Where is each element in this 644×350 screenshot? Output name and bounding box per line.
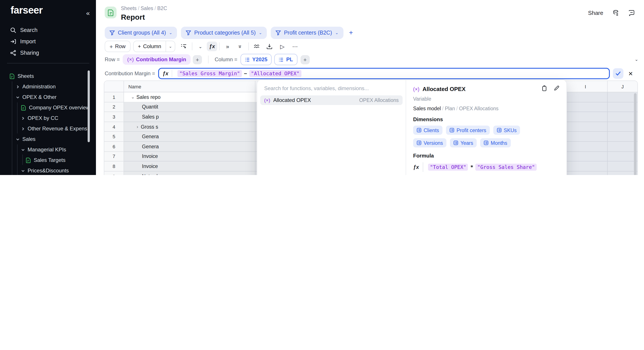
grid-cell[interactable] [608,122,638,132]
row-name-cell[interactable]: ›Gross s [124,122,256,132]
add-column-dimension-button[interactable]: + [300,55,310,64]
grid-cell[interactable] [608,172,638,175]
grid-cell[interactable] [564,92,608,102]
chevron-down-icon[interactable]: ⌄ [197,43,204,50]
dimension-chip-skus[interactable]: SKUs [493,126,520,135]
add-row-dimension-button[interactable]: + [193,55,202,64]
search-result-allocated-opex[interactable]: (×) Allocated OPEX OPEX Allocations [260,95,402,105]
breadcrumb[interactable]: Sheets/Sales/B2C [121,6,167,11]
add-column-dropdown[interactable]: ⌄ [166,41,175,52]
dimension-chip-profit-centers[interactable]: Profit centers [446,126,490,135]
grid-cell[interactable] [608,112,638,122]
sidebar-item-administration[interactable]: Administration [0,81,96,92]
formula-toggle-button[interactable]: ƒx [207,41,217,51]
filter-chip-product-categories-all-5-[interactable]: Product categories (All 5)⌄ [181,27,267,39]
vertical-scrollbar[interactable] [634,93,636,175]
download-icon[interactable] [266,43,273,50]
comments-icon[interactable] [628,10,635,16]
row-name-cell[interactable]: Genera [124,142,256,152]
grid-cell[interactable] [608,162,638,171]
search-input[interactable]: Search for functions, variables, dimensi… [260,84,402,95]
row-name-cell[interactable]: Quantit [124,102,256,112]
more-options-icon[interactable]: ⋯ [292,43,298,50]
sidebar-menu-search[interactable]: Search [0,24,96,36]
version-history-icon[interactable] [612,10,619,16]
sidebar-item-managerial-kpis[interactable]: Managerial KPIs [0,144,96,155]
grid-cell[interactable] [608,92,638,102]
row-number[interactable]: 9 [104,172,124,175]
breadcrumb-sales[interactable]: Sales [141,6,153,11]
sidebar-scrollbar[interactable] [88,70,90,142]
chevron-down-icon: ⌄ [169,31,172,35]
grid-cell[interactable] [564,112,608,122]
edit-icon[interactable] [554,85,560,91]
sidebar-item-company-opex-overview[interactable]: Company OPEX overview [0,102,96,113]
formula-input[interactable]: ƒx "Sales Gross Margin"−"Allocated OPEX" [158,68,610,79]
sidebar-menu-import[interactable]: Import [0,36,96,47]
sidebar-item-opex-by-cc[interactable]: OPEX by CC [0,113,96,123]
sidebar-item-sheets[interactable]: Sheets [0,71,96,81]
breadcrumb-sheets[interactable]: Sheets [121,6,137,11]
row-name-cell[interactable]: Invoice [124,162,256,171]
sidebar-item-opex-other[interactable]: OPEX & Other [0,92,96,102]
row-number[interactable]: 8 [104,162,124,171]
grid-cell[interactable] [564,142,608,152]
sidebar-collapse-icon[interactable]: « [86,9,90,17]
row-number[interactable]: 7 [104,152,124,162]
sidebar-item-prices-discounts[interactable]: Prices&Discounts [0,165,96,175]
grid-cell[interactable] [564,162,608,171]
grid-cell[interactable] [564,132,608,142]
expand-columns-icon[interactable]: » [224,43,231,50]
formula-cancel-button[interactable]: ✕ [628,70,633,77]
sidebar-item-sales-targets[interactable]: Sales Targets [0,155,96,165]
grid-cell[interactable] [564,172,608,175]
breadcrumb-b2c[interactable]: B2C [157,6,167,11]
compare-icon[interactable] [254,43,260,50]
dimension-chip-versions[interactable]: Versions [413,138,446,148]
column-header-J[interactable]: J [608,81,638,92]
row-dimension-chip[interactable]: (×) Contribution Margin [123,54,190,65]
row-number[interactable]: 1 [104,92,124,102]
row-number[interactable]: 5 [104,132,124,142]
filter-chip-client-groups-all-4-[interactable]: Client groups (All 4)⌄ [105,27,177,39]
row-name-cell[interactable]: Genera [124,132,256,142]
grid-cell[interactable] [564,152,608,162]
row-number[interactable]: 4 [104,122,124,132]
add-column-button[interactable]: +Column [134,41,166,52]
insert-list-icon[interactable] [180,43,187,50]
column-header-I[interactable]: I [564,81,608,92]
copy-icon[interactable] [542,85,547,91]
share-button[interactable]: Share [588,10,603,16]
sidebar-menu-sharing[interactable]: Sharing [0,47,96,59]
grid-cell[interactable] [564,102,608,112]
row-name-cell[interactable]: Sales p [124,112,256,122]
column-chip-pl[interactable]: PL [274,54,298,65]
sidebar-item-other-revenue-expens[interactable]: Other Revenue & Expens [0,123,96,134]
dimension-chip-years[interactable]: Years [450,138,477,148]
collapse-panel-icon[interactable]: ⌄ [634,57,638,62]
variable-formula: ƒx "Total OPEX"*"Gross Sales Share" [413,162,560,172]
run-icon[interactable]: ▷ [279,43,286,50]
grid-cell[interactable] [608,102,638,112]
grid-cell[interactable] [608,142,638,152]
sidebar-item-sales[interactable]: Sales [0,134,96,144]
chevron-down-icon [21,169,25,173]
grid-cell[interactable] [608,152,638,162]
add-row-button[interactable]: +Row [105,41,130,52]
grid-cell[interactable] [564,122,608,132]
dimension-chip-months[interactable]: Months [480,138,510,148]
expand-rows-icon[interactable]: » [237,43,244,50]
row-number[interactable]: 2 [104,102,124,112]
grid-cell[interactable] [608,132,638,142]
row-number[interactable]: 6 [104,142,124,152]
row-name-cell[interactable]: Net sal [124,172,256,175]
dimension-chip-clients[interactable]: Clients [413,126,442,135]
filter-chip-profit-centers-b2c-[interactable]: Profit centers (B2C)⌄ [271,27,343,39]
row-name-cell[interactable]: ⌄Sales repo [124,92,256,102]
row-number[interactable]: 3 [104,112,124,122]
add-filter-button[interactable]: + [349,29,353,37]
row-name-cell[interactable]: Invoice [124,152,256,162]
column-header-name[interactable]: Name [124,81,256,92]
formula-confirm-button[interactable] [613,68,624,79]
column-chip-y2025[interactable]: Y2025 [240,54,272,65]
